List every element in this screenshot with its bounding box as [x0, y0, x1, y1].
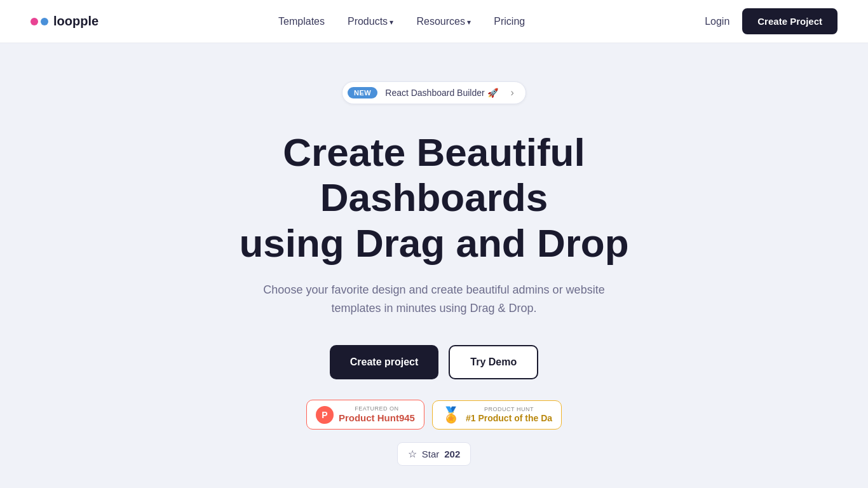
create-project-button[interactable]: Create project — [330, 345, 439, 379]
new-banner[interactable]: NEW React Dashboard Builder 🚀 › — [342, 81, 526, 104]
ph-badges: P FEATURED ON Product Hunt945 🏅 PRODUCT … — [306, 400, 562, 430]
hero-title-line2: using Drag and Drop — [239, 221, 628, 265]
ph-featured-name: Product Hunt945 — [339, 412, 415, 424]
nav-pricing[interactable]: Pricing — [494, 16, 525, 27]
nav-resources[interactable]: Resources — [416, 16, 471, 27]
login-button[interactable]: Login — [705, 16, 729, 27]
gh-star-count: 202 — [444, 449, 460, 459]
nav-links: Templates Products Resources Pricing — [278, 16, 525, 27]
logo[interactable]: loopple — [31, 14, 98, 29]
screenshots-area: Grid Components Editor Pages Cards 5 ▬▬ … — [0, 478, 868, 488]
ph-product-label: PRODUCT HUNT — [466, 406, 552, 413]
new-badge: NEW — [348, 87, 377, 98]
ph-product-badge[interactable]: 🏅 PRODUCT HUNT #1 Product of the Da — [432, 400, 562, 430]
ph-featured-badge[interactable]: P FEATURED ON Product Hunt945 — [306, 400, 424, 430]
gh-star-label: Star — [422, 449, 440, 459]
nav-actions: Login Create Project — [705, 8, 837, 34]
create-project-nav-button[interactable]: Create Project — [742, 8, 837, 34]
cta-buttons: Create project Try Demo — [330, 345, 539, 379]
gh-star-button[interactable]: ☆ Star 202 — [397, 442, 471, 466]
banner-arrow-icon: › — [511, 87, 514, 98]
ph-featured-label: FEATURED ON — [339, 405, 415, 412]
try-demo-button[interactable]: Try Demo — [449, 345, 538, 379]
ph-product-name: #1 Product of the Da — [466, 413, 552, 424]
ph-medal-icon: 🏅 — [442, 406, 461, 424]
ph-product-text: PRODUCT HUNT #1 Product of the Da — [466, 406, 552, 424]
ph-icon: P — [316, 406, 334, 424]
hero-subtitle: Choose your favorite design and create b… — [256, 281, 612, 318]
logo-dots — [31, 18, 48, 25]
logo-dot-blue — [41, 18, 48, 25]
nav-products[interactable]: Products — [348, 16, 393, 27]
hero-title-line1: Create Beautiful Dashboards — [283, 130, 585, 219]
nav-templates[interactable]: Templates — [278, 16, 325, 27]
star-icon: ☆ — [408, 448, 417, 460]
navbar: loopple Templates Products Resources Pri… — [0, 0, 868, 43]
ph-featured-text: FEATURED ON Product Hunt945 — [339, 405, 415, 424]
banner-text: React Dashboard Builder 🚀 — [385, 88, 498, 98]
hero-section: NEW React Dashboard Builder 🚀 › Create B… — [0, 43, 868, 488]
hero-title: Create Beautiful Dashboards using Drag a… — [205, 130, 663, 266]
logo-dot-red — [31, 18, 38, 25]
logo-text: loopple — [53, 14, 98, 29]
